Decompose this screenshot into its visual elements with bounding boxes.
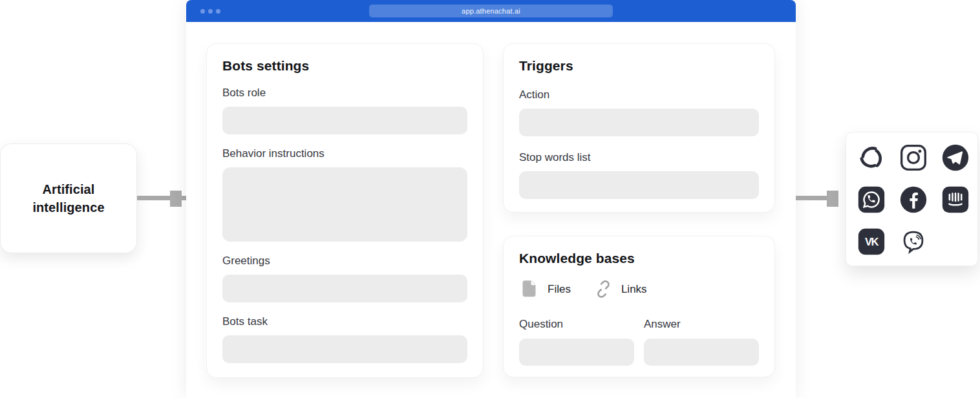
whatsapp-icon <box>857 185 886 214</box>
url-bar[interactable]: app.athenachat.ai <box>369 5 613 17</box>
stop-words-list-label: Stop words list <box>519 151 759 164</box>
window-dot-icon <box>200 9 205 14</box>
artificial-intelligence-card: Artificial intelligence <box>0 143 137 253</box>
bots-settings-title: Bots settings <box>222 58 467 74</box>
link-icon <box>593 278 612 300</box>
tab-files[interactable]: Files <box>519 278 571 301</box>
question-input[interactable] <box>519 339 634 366</box>
tab-links[interactable]: Links <box>593 278 647 300</box>
greetings-input[interactable] <box>222 275 467 302</box>
triggers-card: Triggers Action Stop words list <box>503 43 775 213</box>
illustration-canvas: Artificial intelligence app.athenachat.a… <box>0 0 980 398</box>
window-dot-icon <box>216 9 220 14</box>
svg-text:VK: VK <box>865 236 879 247</box>
action-input[interactable] <box>519 109 759 136</box>
window-controls <box>200 9 220 14</box>
artificial-intelligence-label: Artificial intelligence <box>27 180 111 216</box>
files-tab-label: Files <box>548 283 571 296</box>
facebook-icon <box>899 185 928 214</box>
triggers-title: Triggers <box>519 58 759 74</box>
bots-task-label: Bots task <box>222 315 467 328</box>
stop-words-list-input[interactable] <box>519 171 759 199</box>
knowledge-tabs: Files Links <box>519 278 759 300</box>
instagram-icon <box>899 143 928 172</box>
intercom-icon <box>941 185 970 214</box>
bots-task-input[interactable] <box>222 335 467 363</box>
connector-left-cap <box>170 191 182 207</box>
integrations-panel: VK <box>846 132 978 266</box>
behavior-instructions-label: Behavior instructions <box>222 147 467 160</box>
answer-label: Answer <box>644 317 759 331</box>
bots-role-input[interactable] <box>222 107 467 134</box>
browser-window: app.athenachat.ai Bots settings Bots rol… <box>186 0 796 398</box>
url-text: app.athenachat.ai <box>462 7 520 15</box>
behavior-instructions-textarea[interactable] <box>222 167 467 242</box>
viber-icon <box>899 227 928 256</box>
knowledge-bases-card: Knowledge bases Files <box>503 236 775 377</box>
action-label: Action <box>519 88 759 101</box>
question-label: Question <box>519 317 634 331</box>
trefoil-knot-icon <box>857 143 886 172</box>
vk-icon: VK <box>857 227 886 256</box>
bots-settings-card: Bots settings Bots role Behavior instruc… <box>206 43 484 378</box>
bots-role-label: Bots role <box>222 86 467 100</box>
links-tab-label: Links <box>621 283 647 296</box>
question-answer-grid: Question Answer <box>519 317 759 366</box>
answer-input[interactable] <box>644 339 759 366</box>
connector-right-cap <box>827 191 838 207</box>
greetings-label: Greetings <box>222 254 467 267</box>
browser-titlebar: app.athenachat.ai <box>186 0 796 22</box>
knowledge-bases-title: Knowledge bases <box>519 251 759 266</box>
window-dot-icon <box>208 9 213 14</box>
file-icon <box>519 278 538 301</box>
telegram-icon <box>941 143 970 172</box>
